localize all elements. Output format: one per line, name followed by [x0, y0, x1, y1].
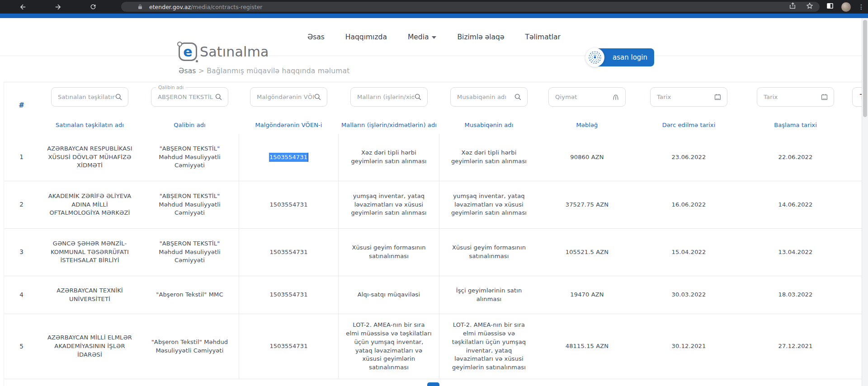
filter-floating-label: Qalibin adı [156, 85, 186, 90]
nav-item-esas[interactable]: Əsas [307, 33, 325, 41]
site-header: e Satınalma Əsas Haqqımızda Media Biziml… [0, 18, 868, 56]
cell-goods: yumşaq inventar, yataq ləvazimatları və … [339, 181, 439, 228]
filter-musabiqe-input[interactable]: Musabiqənin adı [450, 87, 528, 107]
asan-login-label: asan login [613, 53, 647, 61]
asan-login-button[interactable]: asan login [585, 48, 654, 67]
table-row: 5 AZƏRBAYCAN MİLLİ ELMLƏR AKADEMİYASININ… [4, 314, 868, 379]
manat-icon [612, 93, 620, 101]
header-spacer [4, 116, 39, 134]
calendar-icon[interactable] [821, 93, 828, 101]
cell-tender: Xəz dəri tipli hərbi geyimlərin satın al… [439, 134, 538, 181]
reload-icon[interactable] [87, 0, 99, 13]
cell-voen: 1503554731 [239, 276, 339, 314]
filter-placeholder: Malların (işlərin/xid... [357, 94, 414, 100]
filter-qiymet-input[interactable]: Qiymət [548, 87, 626, 107]
column-header: Malların (işlərin/xidmətlərin) adı [339, 116, 439, 134]
search-icon[interactable] [215, 93, 222, 101]
calendar-icon[interactable] [714, 93, 722, 101]
cell-published-date: 16.06.2022 [636, 181, 742, 228]
cell-start-date: 27.12.2021 [742, 314, 849, 379]
cell-start-date: 22.06.2022 [742, 134, 849, 181]
cell-winner: "ABŞERON TEKSTİL" Məhdud Məsuliyyətli Cə… [141, 181, 239, 228]
forward-icon[interactable] [52, 0, 64, 13]
cell-published-date: 15.04.2022 [636, 229, 742, 276]
cell-goods: Alqı-satqı müqaviləsi [339, 276, 439, 314]
cell-voen: 1503554731 [239, 134, 339, 181]
breadcrumb: Əsas > Bağlanmış müqavilə haqqında məlum… [179, 67, 349, 75]
filter-tarix-start-input[interactable]: Tarix [650, 87, 727, 107]
cell-winner: "Abşeron Tekstil" Məhdud Məsuliyyətli Cə… [141, 314, 239, 379]
filter-mallarin-input[interactable]: Malların (işlərin/xid... [350, 87, 428, 107]
cell-tender: Xüsusi geyim formasının satınalınması [439, 229, 538, 276]
nav-item-telimatlar[interactable]: Təlimatlar [525, 33, 560, 41]
row-number-column-header: # [4, 82, 39, 116]
nav-item-bizimle-elaqe[interactable]: Bizimlə əlaqə [457, 33, 504, 41]
cell-start-date: 18.03.2022 [742, 276, 849, 314]
breadcrumb-home-link[interactable]: Əsas [179, 67, 196, 75]
filter-placeholder: Musabiqənin adı [457, 94, 514, 100]
search-icon[interactable] [414, 93, 422, 101]
satinalma-logo[interactable]: e Satınalma [179, 42, 269, 61]
cell-start-date: 13.04.2022 [742, 229, 849, 276]
bookmark-star-icon[interactable] [806, 2, 813, 11]
column-header: Malgöndərənin VÖEN-i [239, 116, 339, 134]
table-row: 1 AZƏRBAYCAN RESPUBLİKASI XÜSUSİ DÖVLƏT … [4, 134, 868, 181]
asan-emblem-icon [585, 48, 604, 67]
url-text: etender.gov.az/media/contracts-register [149, 4, 263, 10]
cell-row-number: 1 [4, 134, 39, 181]
cell-voen: 1503554731 [239, 229, 339, 276]
cell-amount: 48115.15 AZN [538, 314, 636, 379]
nav-item-media[interactable]: Media [408, 33, 437, 41]
cell-org: AZƏRBAYCAN RESPUBLİKASI XÜSUSİ DÖVLƏT MÜ… [39, 134, 141, 181]
cell-row-number: 3 [4, 229, 39, 276]
pagination-page-button[interactable] [427, 382, 439, 386]
url-path: /media/contracts-register [191, 4, 263, 10]
cell-tender: LOT-2. AMEA-nın bir sıra elmi müəssisə v… [439, 314, 538, 379]
filter-placeholder: Satınalan təşkilatın ... [58, 94, 115, 100]
filter-voen-input[interactable]: Malgöndərənin VÖE... [250, 87, 327, 107]
cell-amount: 90860 AZN [538, 134, 636, 181]
filter-value: ABŞERON TEKSTİL [158, 94, 215, 100]
filter-row: # Satınalan təşkilatın ... Qalibin adı A… [4, 82, 868, 116]
profile-avatar[interactable] [841, 2, 851, 12]
filter-placeholder: Tarix [657, 94, 714, 100]
menu-dots-icon[interactable]: ⋮ [858, 3, 864, 10]
cell-row-number: 2 [4, 181, 39, 228]
cell-row-number: 4 [4, 276, 39, 314]
filter-placeholder: Qiymət [555, 94, 612, 100]
scrollbar-thumb[interactable] [863, 20, 867, 117]
cell-tender: yumşaq inventar, yataq ləvazimatları və … [439, 181, 538, 228]
cell-amount: 37527.75 AZN [538, 181, 636, 228]
cell-row-number: 5 [4, 314, 39, 379]
column-header: Musabiqənin adı [439, 116, 538, 134]
breadcrumb-current: Bağlanmış müqavilə haqqında məlumat [207, 67, 349, 75]
cell-org: GƏNCƏ ŞƏHƏR MƏNZİL-KOMMUNAL TƏSƏRRÜFATI … [39, 229, 141, 276]
cell-goods: LOT-2. AMEA-nın bir sıra elmi müəssisə v… [339, 314, 439, 379]
cell-winner: "Abşeron Tekstil" MMC [141, 276, 239, 314]
cell-org: AKADEMİK ZƏRİFƏ ƏLİYEVA ADINA MİLLİ OFTA… [39, 181, 141, 228]
cell-published-date: 30.03.2022 [636, 276, 742, 314]
nav-item-haqqimizda[interactable]: Haqqımızda [345, 33, 387, 41]
filter-satinalan-input[interactable]: Satınalan təşkilatın ... [51, 87, 128, 107]
column-header: Başlama tarixi [742, 116, 849, 134]
logo-text: Satınalma [200, 44, 269, 60]
url-bar[interactable]: etender.gov.az/media/contracts-register [121, 2, 820, 12]
back-icon[interactable] [16, 0, 29, 13]
cell-amount: 19470 AZN [538, 276, 636, 314]
breadcrumb-separator: > [198, 67, 204, 75]
filter-placeholder: Tarix [764, 94, 821, 100]
filter-placeholder: Malgöndərənin VÖE... [257, 94, 314, 100]
search-icon[interactable] [115, 93, 123, 101]
cell-goods: Xəz dəri tipli hərbi geyimlərin satın al… [339, 134, 439, 181]
share-icon[interactable] [789, 2, 796, 11]
filter-qalibin-adi-input[interactable]: Qalibin adı ABŞERON TEKSTİL [151, 87, 228, 107]
column-header: Məbləğ [538, 116, 636, 134]
browser-toolbar: etender.gov.az/media/contracts-register … [0, 0, 868, 14]
vertical-scrollbar[interactable] [862, 18, 868, 386]
side-panel-icon[interactable] [826, 2, 834, 12]
cell-org: AZƏRBAYCAN TEXNİKİ UNİVERSİTETİ [39, 276, 141, 314]
search-icon[interactable] [514, 93, 522, 101]
search-icon[interactable] [314, 93, 321, 101]
column-header: Satınalan təşkilatın adı [39, 116, 141, 134]
filter-tarix-end-input[interactable]: Tarix [757, 87, 834, 107]
